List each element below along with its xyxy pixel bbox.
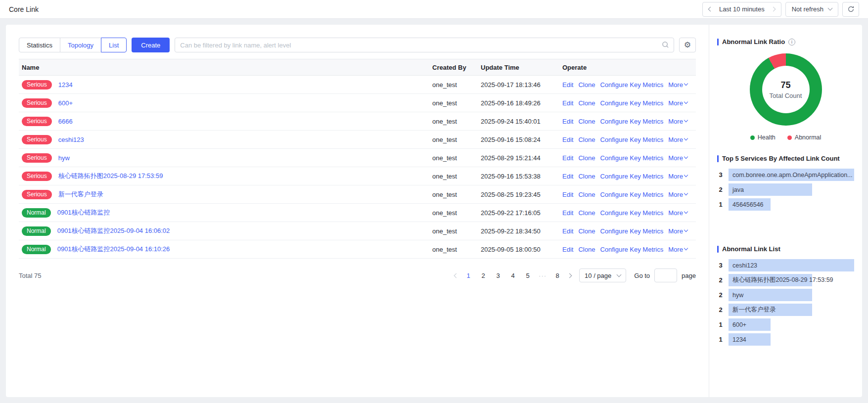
action-clone-link[interactable]: Clone: [578, 246, 595, 253]
search-icon[interactable]: [662, 41, 669, 48]
action-more-link[interactable]: More: [668, 118, 687, 125]
action-more-link[interactable]: More: [668, 246, 687, 253]
abnormal-link-count: 2: [717, 306, 724, 313]
tab-list[interactable]: List: [101, 38, 127, 52]
time-range-prev-icon[interactable]: [708, 7, 713, 12]
action-configure-key-metrics-link[interactable]: Configure Key Metrics: [600, 246, 663, 253]
refresh-button[interactable]: [842, 2, 859, 17]
page-size-select[interactable]: 10 / page: [579, 269, 626, 282]
table-row: Normal0901核心链路监控2025-09-04 16:10:26one_t…: [19, 240, 696, 259]
goto-page-input[interactable]: [654, 269, 677, 282]
link-name-link[interactable]: 6666: [58, 118, 73, 125]
action-configure-key-metrics-link[interactable]: Configure Key Metrics: [600, 81, 663, 89]
abnormal-link-bar[interactable]: 新一代客户登录: [729, 304, 812, 316]
action-more-link[interactable]: More: [668, 154, 687, 162]
action-configure-key-metrics-link[interactable]: Configure Key Metrics: [600, 99, 663, 107]
action-edit-link[interactable]: Edit: [562, 99, 573, 107]
action-clone-link[interactable]: Clone: [578, 191, 595, 198]
link-name-link[interactable]: 核心链路拓扑图2025-08-29 17:53:59: [58, 172, 163, 180]
pager-ellipsis[interactable]: ···: [536, 269, 549, 282]
link-name-link[interactable]: 600+: [58, 99, 73, 107]
action-clone-link[interactable]: Clone: [578, 209, 595, 217]
action-more-link[interactable]: More: [668, 136, 687, 143]
action-edit-link[interactable]: Edit: [562, 227, 573, 235]
action-clone-link[interactable]: Clone: [578, 154, 595, 162]
chevron-down-icon: [684, 246, 688, 250]
pager-page-4[interactable]: 4: [506, 269, 519, 282]
table-row: Serious新一代客户登录one_test2025-08-25 19:23:4…: [19, 185, 696, 204]
tab-statistics[interactable]: Statistics: [19, 38, 60, 52]
link-name-link[interactable]: 0901核心链路监控2025-09-04 16:10:26: [57, 245, 170, 254]
abnormal-link-bar[interactable]: ceshi123: [729, 259, 854, 271]
action-configure-key-metrics-link[interactable]: Configure Key Metrics: [600, 209, 663, 217]
pager-page-3[interactable]: 3: [492, 269, 504, 282]
refresh-mode-select[interactable]: Not refresh: [785, 2, 838, 17]
action-configure-key-metrics-link[interactable]: Configure Key Metrics: [600, 154, 663, 162]
action-clone-link[interactable]: Clone: [578, 173, 595, 180]
created-by-cell: one_test: [432, 246, 481, 253]
action-configure-key-metrics-link[interactable]: Configure Key Metrics: [600, 136, 663, 143]
abnormal-ratio-donut-chart[interactable]: 75 Total Count: [750, 53, 822, 126]
abnormal-link-track: 600+: [729, 318, 854, 331]
action-edit-link[interactable]: Edit: [562, 136, 573, 143]
link-name-link[interactable]: 0901核心链路监控: [57, 208, 110, 217]
abnormal-link-bar[interactable]: 1234: [729, 333, 771, 346]
action-more-link[interactable]: More: [668, 191, 687, 198]
action-configure-key-metrics-link[interactable]: Configure Key Metrics: [600, 173, 663, 180]
legend-abnormal[interactable]: Abnormal: [787, 134, 822, 141]
action-clone-link[interactable]: Clone: [578, 136, 595, 143]
link-name-link[interactable]: 0901核心链路监控2025-09-04 16:06:02: [57, 226, 170, 235]
pager-page-2[interactable]: 2: [477, 269, 490, 282]
top-service-row: 1456456546: [717, 198, 854, 211]
info-icon[interactable]: i: [788, 39, 795, 45]
pager-page-1[interactable]: 1: [462, 269, 475, 282]
action-edit-link[interactable]: Edit: [562, 246, 573, 253]
link-name-link[interactable]: 新一代客户登录: [58, 190, 103, 199]
search-input[interactable]: [175, 38, 674, 52]
title-accent-bar: [717, 39, 719, 45]
update-time-cell: 2025-08-25 19:23:45: [481, 191, 562, 198]
pager-prev-icon[interactable]: [452, 274, 461, 277]
pager-page-8[interactable]: 8: [551, 269, 564, 282]
top-service-bar[interactable]: com.bonree.one.apm.OneApmApplication...: [729, 169, 854, 181]
legend-health[interactable]: Health: [750, 134, 776, 141]
time-range-picker[interactable]: Last 10 minutes: [702, 2, 781, 17]
legend-label: Abnormal: [795, 134, 822, 141]
action-edit-link[interactable]: Edit: [562, 173, 573, 180]
action-clone-link[interactable]: Clone: [578, 227, 595, 235]
top-service-bar[interactable]: java: [729, 183, 812, 196]
settings-button[interactable]: ⚙: [679, 38, 696, 52]
action-edit-link[interactable]: Edit: [562, 118, 573, 125]
legend-label: Health: [758, 134, 776, 141]
action-more-link[interactable]: More: [668, 81, 687, 89]
top-services-title: Top 5 Services By Affected Link Count: [722, 155, 840, 162]
action-edit-link[interactable]: Edit: [562, 209, 573, 217]
abnormal-link-bar[interactable]: 核心链路拓扑图2025-08-29 17:53:59: [729, 274, 812, 286]
action-configure-key-metrics-link[interactable]: Configure Key Metrics: [600, 118, 663, 125]
link-name-link[interactable]: hyw: [58, 154, 70, 162]
action-more-link[interactable]: More: [668, 99, 687, 107]
abnormal-link-bar[interactable]: 600+: [729, 318, 771, 331]
link-name-link[interactable]: ceshi123: [58, 136, 84, 143]
abnormal-link-bar[interactable]: hyw: [729, 289, 812, 301]
action-more-link[interactable]: More: [668, 209, 687, 217]
top-service-track: java: [729, 183, 854, 196]
action-more-link[interactable]: More: [668, 227, 687, 235]
action-clone-link[interactable]: Clone: [578, 99, 595, 107]
action-configure-key-metrics-link[interactable]: Configure Key Metrics: [600, 191, 663, 198]
top-service-bar[interactable]: 456456546: [729, 198, 771, 211]
action-configure-key-metrics-link[interactable]: Configure Key Metrics: [600, 227, 663, 235]
link-name-link[interactable]: 1234: [58, 81, 73, 89]
pager-next-icon[interactable]: [565, 274, 574, 277]
action-edit-link[interactable]: Edit: [562, 81, 573, 89]
pager-page-5[interactable]: 5: [521, 269, 534, 282]
action-clone-link[interactable]: Clone: [578, 118, 595, 125]
action-edit-link[interactable]: Edit: [562, 154, 573, 162]
create-button[interactable]: Create: [132, 38, 170, 52]
time-range-next-icon[interactable]: [771, 7, 776, 12]
tab-topology[interactable]: Topology: [60, 38, 101, 52]
action-edit-link[interactable]: Edit: [562, 191, 573, 198]
name-cell: Normal0901核心链路监控2025-09-04 16:10:26: [19, 245, 432, 254]
action-clone-link[interactable]: Clone: [578, 81, 595, 89]
action-more-link[interactable]: More: [668, 173, 687, 180]
